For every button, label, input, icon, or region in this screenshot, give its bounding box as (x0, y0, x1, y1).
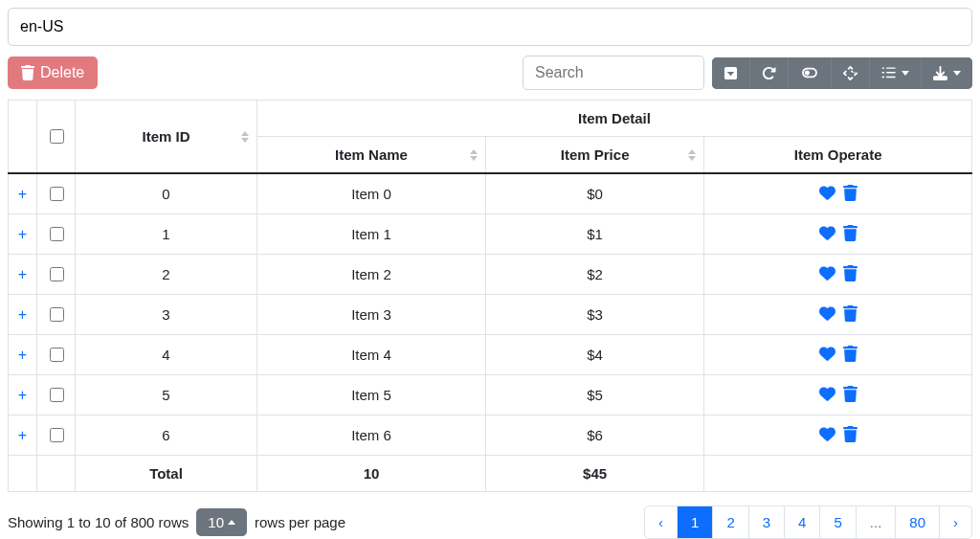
export-button[interactable] (922, 57, 972, 89)
cell-item-name: Item 1 (257, 214, 486, 255)
table-footer: Showing 1 to 10 of 800 rows 10 rows per … (8, 505, 972, 539)
pagination-ellipsis: ... (857, 506, 897, 538)
toggle-icon (800, 66, 819, 79)
pagination-page[interactable]: 4 (785, 506, 820, 538)
pagination-page[interactable]: 80 (896, 506, 940, 538)
detail-toggle-icon[interactable]: + (18, 186, 27, 202)
toggle-button[interactable] (789, 57, 832, 89)
column-item-name[interactable]: Item Name (257, 137, 486, 174)
detail-toggle-icon[interactable]: + (18, 306, 27, 323)
cell-item-operate (704, 214, 972, 255)
column-select-all (37, 101, 76, 174)
row-checkbox[interactable] (50, 227, 64, 241)
cell-item-name: Item 3 (257, 295, 486, 335)
trash-icon[interactable] (843, 265, 858, 281)
footer-name-total: 10 (364, 465, 380, 482)
columns-button[interactable] (870, 57, 922, 89)
pagination-prev[interactable]: ‹ (645, 506, 678, 538)
pagination: ‹12345...80› (644, 505, 972, 539)
column-item-name-label: Item Name (335, 146, 408, 163)
table-footer-row: Total 10 $45 (9, 456, 972, 492)
table-row: +5Item 5$5 (9, 375, 972, 415)
row-checkbox[interactable] (50, 348, 64, 362)
heart-icon[interactable] (819, 185, 835, 201)
delete-button[interactable]: Delete (8, 56, 98, 89)
row-checkbox[interactable] (50, 307, 64, 322)
cell-item-id: 2 (76, 255, 257, 295)
trash-icon (21, 65, 34, 80)
detail-toggle-icon[interactable]: + (18, 226, 27, 242)
heart-icon[interactable] (819, 346, 835, 362)
detail-toggle-icon[interactable]: + (18, 427, 27, 443)
detail-toggle-icon[interactable]: + (18, 347, 27, 363)
locale-input[interactable] (8, 8, 972, 46)
pagination-page[interactable]: 2 (713, 506, 748, 538)
table-row: +6Item 6$6 (9, 415, 972, 456)
sort-icon (688, 149, 696, 161)
pagination-next[interactable]: › (940, 506, 971, 538)
cell-item-id: 4 (76, 335, 257, 375)
column-item-operate-label: Item Operate (794, 146, 882, 163)
cell-item-id: 3 (76, 295, 257, 335)
cell-item-operate (704, 375, 972, 415)
fullscreen-button[interactable] (832, 57, 870, 89)
cell-item-id: 1 (76, 214, 257, 255)
trash-icon[interactable] (843, 346, 858, 362)
download-icon (933, 66, 947, 80)
cell-item-price: $5 (485, 375, 703, 415)
refresh-button[interactable] (750, 57, 789, 89)
trash-icon[interactable] (843, 185, 858, 201)
pagination-info: Showing 1 to 10 of 800 rows (8, 514, 189, 530)
cell-item-name: Item 0 (257, 173, 486, 214)
pagination-page[interactable]: 1 (678, 506, 713, 538)
cell-item-id: 5 (76, 375, 257, 415)
column-item-id[interactable]: Item ID (76, 101, 257, 174)
table-row: +1Item 1$1 (9, 214, 972, 255)
caret-down-icon (902, 71, 909, 76)
column-item-operate: Item Operate (704, 137, 972, 174)
column-item-price[interactable]: Item Price (485, 137, 703, 174)
cell-item-operate (704, 415, 972, 456)
cell-item-operate (704, 173, 972, 214)
trash-icon[interactable] (843, 305, 858, 322)
cell-item-price: $2 (485, 255, 703, 295)
page-size-value: 10 (208, 514, 224, 530)
rows-per-page-label: rows per page (255, 514, 345, 530)
heart-icon[interactable] (819, 225, 835, 241)
detail-toggle-icon[interactable]: + (18, 387, 27, 403)
column-item-id-label: Item ID (142, 128, 189, 145)
list-icon (881, 66, 896, 80)
heart-icon[interactable] (819, 426, 835, 442)
sort-icon (241, 131, 249, 143)
cell-item-price: $3 (485, 295, 703, 335)
page-size-button[interactable]: 10 (196, 508, 247, 536)
cell-item-name: Item 4 (257, 335, 486, 375)
cell-item-name: Item 6 (257, 415, 486, 456)
search-input[interactable] (523, 56, 704, 90)
row-checkbox[interactable] (50, 388, 64, 402)
cell-item-name: Item 2 (257, 255, 486, 295)
row-checkbox[interactable] (50, 428, 64, 442)
pagination-toggle-button[interactable] (712, 57, 750, 89)
heart-icon[interactable] (819, 386, 835, 402)
arrows-fullscreen-icon (843, 66, 858, 80)
column-group-label: Item Detail (578, 110, 651, 126)
cell-item-price: $6 (485, 415, 703, 456)
pagination-page[interactable]: 3 (749, 506, 785, 538)
heart-icon[interactable] (819, 265, 835, 281)
data-table: Item ID Item Detail Item Name Item Price… (8, 100, 972, 492)
detail-toggle-icon[interactable]: + (18, 266, 27, 282)
table-row: +3Item 3$3 (9, 295, 972, 335)
cell-item-operate (704, 295, 972, 335)
pagination-page[interactable]: 5 (820, 506, 856, 538)
column-group-item-detail: Item Detail (257, 101, 972, 137)
heart-icon[interactable] (819, 305, 835, 322)
trash-icon[interactable] (843, 386, 858, 402)
trash-icon[interactable] (843, 426, 858, 442)
select-all-checkbox[interactable] (50, 129, 64, 144)
caret-square-down-icon (724, 66, 738, 80)
caret-down-icon (953, 71, 961, 76)
row-checkbox[interactable] (50, 267, 64, 281)
row-checkbox[interactable] (50, 187, 64, 201)
trash-icon[interactable] (843, 225, 858, 241)
